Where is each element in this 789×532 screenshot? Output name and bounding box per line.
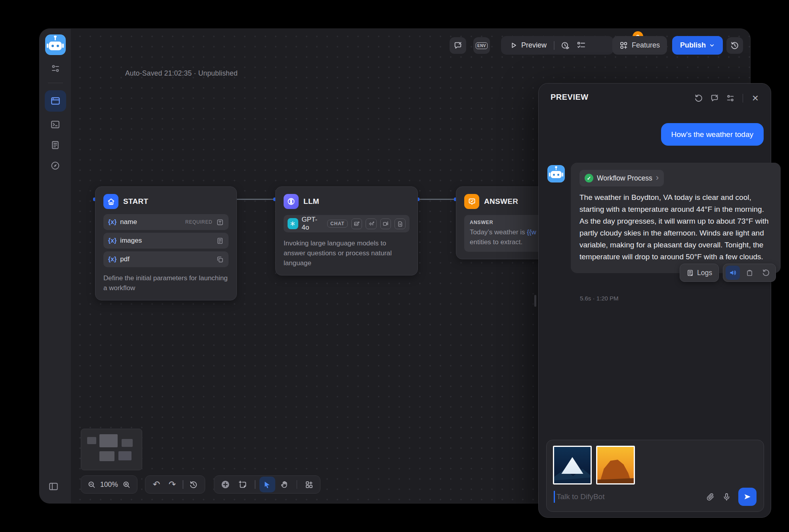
bot-message-text: The weather in Boydton, VA today is clea… bbox=[579, 192, 772, 263]
files-icon bbox=[216, 256, 224, 263]
autosave-status: Auto-Saved 21:02:35 · Unpublished bbox=[125, 69, 238, 78]
variable-icon: {x} bbox=[108, 218, 116, 226]
edge-start-llm bbox=[236, 199, 275, 200]
message-tools bbox=[723, 264, 776, 282]
paragraph-icon bbox=[216, 237, 224, 245]
attach-file-icon[interactable] bbox=[706, 492, 715, 502]
redo-icon[interactable]: ↷ bbox=[164, 477, 180, 492]
text-input-icon bbox=[216, 218, 224, 226]
send-button[interactable] bbox=[738, 488, 757, 506]
preview-panel: PREVIEW × How's the weather today bbox=[538, 83, 771, 518]
sidebar bbox=[40, 29, 71, 503]
openai-icon bbox=[288, 218, 298, 229]
message-actions: Logs bbox=[680, 264, 776, 282]
add-note-icon[interactable] bbox=[235, 477, 251, 492]
checklist-icon[interactable] bbox=[577, 41, 586, 50]
run-history-icon[interactable] bbox=[561, 41, 570, 50]
attachment-thumbnail-sunset-mountain[interactable] bbox=[596, 446, 635, 484]
node-title: ANSWER bbox=[484, 197, 518, 206]
features-label: Features bbox=[632, 41, 660, 49]
sidebar-item-logs-icon[interactable] bbox=[48, 137, 63, 153]
llm-brain-icon bbox=[284, 194, 299, 209]
start-field-images[interactable]: {x} images bbox=[103, 233, 229, 249]
sidebar-item-api[interactable] bbox=[48, 116, 63, 132]
node-start[interactable]: START {x} name REQUIRED {x} images bbox=[95, 186, 237, 300]
history-controls: ↶ ↷ bbox=[145, 475, 205, 494]
logs-icon bbox=[686, 269, 694, 277]
annotation-icon[interactable] bbox=[708, 91, 721, 105]
start-field-name[interactable]: {x} name REQUIRED bbox=[103, 214, 229, 230]
zoom-in-button[interactable] bbox=[119, 477, 135, 492]
restart-conversation-icon[interactable] bbox=[692, 91, 705, 105]
node-description: Invoking large language models to answer… bbox=[284, 238, 410, 268]
home-icon bbox=[103, 194, 118, 209]
zoom-level[interactable]: 100% bbox=[99, 481, 119, 489]
model-selector[interactable]: GPT-4o CHAT bbox=[284, 215, 410, 232]
node-title: START bbox=[123, 197, 148, 206]
app-logo[interactable] bbox=[45, 34, 66, 55]
node-title: LLM bbox=[303, 197, 319, 206]
version-history-button[interactable] bbox=[726, 37, 743, 54]
features-button[interactable]: Features bbox=[612, 36, 667, 55]
video-icon bbox=[380, 218, 391, 229]
model-name: GPT-4o bbox=[302, 216, 324, 232]
answer-chat-icon bbox=[464, 194, 479, 209]
vision-icon bbox=[351, 218, 362, 229]
chevron-right-icon: › bbox=[656, 173, 659, 182]
start-field-pdf[interactable]: {x} pdf bbox=[103, 251, 229, 267]
edge-llm-answer bbox=[417, 199, 456, 200]
pointer-tool[interactable] bbox=[259, 477, 275, 492]
microphone-icon[interactable] bbox=[722, 492, 731, 502]
message-meta: 5.6s · 1:20 PM bbox=[580, 295, 619, 302]
collapse-panel-icon[interactable] bbox=[48, 481, 59, 492]
conversation-settings-icon[interactable] bbox=[724, 91, 737, 105]
tool-controls bbox=[214, 475, 320, 494]
hand-tool[interactable] bbox=[277, 477, 293, 492]
speaker-icon[interactable] bbox=[726, 266, 740, 280]
audio-icon bbox=[366, 218, 377, 229]
success-check-icon: ✓ bbox=[585, 174, 593, 182]
change-history-icon[interactable] bbox=[186, 477, 202, 492]
answer-variable: {{w bbox=[527, 228, 536, 236]
preview-header-actions: × bbox=[692, 91, 762, 105]
zoom-controls: 100% bbox=[81, 475, 137, 494]
run-group: Preview bbox=[501, 36, 614, 55]
panel-resize-handle[interactable] bbox=[534, 295, 536, 307]
regenerate-icon[interactable] bbox=[759, 266, 773, 280]
attachment-thumbnail-night-mountain[interactable] bbox=[553, 446, 592, 484]
workflow-settings-icon[interactable] bbox=[48, 61, 63, 76]
bot-avatar bbox=[547, 165, 565, 182]
chevron-down-icon bbox=[709, 42, 715, 48]
env-button[interactable]: ENV bbox=[473, 37, 490, 54]
add-node-button[interactable] bbox=[217, 477, 233, 492]
screen: Auto-Saved 21:02:35 · Unpublished ENV Pr… bbox=[0, 0, 789, 532]
workflow-process-chip[interactable]: ✓ Workflow Process › bbox=[579, 170, 664, 186]
required-tag: REQUIRED bbox=[185, 219, 212, 225]
env-icon: ENV bbox=[476, 42, 488, 49]
chat-input[interactable] bbox=[554, 491, 699, 503]
annotation-button[interactable] bbox=[450, 37, 466, 54]
chat-mode-badge: CHAT bbox=[327, 220, 348, 228]
copy-icon[interactable] bbox=[742, 266, 757, 280]
preview-title: PREVIEW bbox=[551, 93, 589, 102]
sidebar-item-monitoring-icon[interactable] bbox=[48, 158, 63, 173]
sidebar-divider bbox=[48, 83, 63, 83]
organize-nodes-icon[interactable] bbox=[301, 477, 317, 492]
publish-button[interactable]: Publish bbox=[672, 36, 723, 55]
bot-message-card: ✓ Workflow Process › The weather in Boyd… bbox=[571, 163, 781, 273]
sidebar-item-orchestrate[interactable] bbox=[45, 90, 66, 112]
preview-button[interactable]: Preview bbox=[521, 41, 547, 49]
minimap[interactable] bbox=[81, 429, 142, 470]
undo-icon[interactable]: ↶ bbox=[149, 477, 164, 492]
user-message-bubble: How's the weather today bbox=[661, 123, 764, 146]
chat-input-box bbox=[546, 440, 764, 512]
node-description: Define the initial parameters for launch… bbox=[103, 273, 229, 293]
document-icon bbox=[394, 218, 406, 229]
close-icon[interactable]: × bbox=[749, 91, 762, 105]
publish-label: Publish bbox=[680, 41, 706, 49]
node-llm[interactable]: LLM GPT-4o CHAT bbox=[275, 186, 418, 276]
features-icon bbox=[619, 41, 628, 49]
logs-button[interactable]: Logs bbox=[680, 264, 719, 282]
zoom-out-button[interactable] bbox=[84, 477, 99, 492]
play-icon bbox=[510, 42, 517, 49]
